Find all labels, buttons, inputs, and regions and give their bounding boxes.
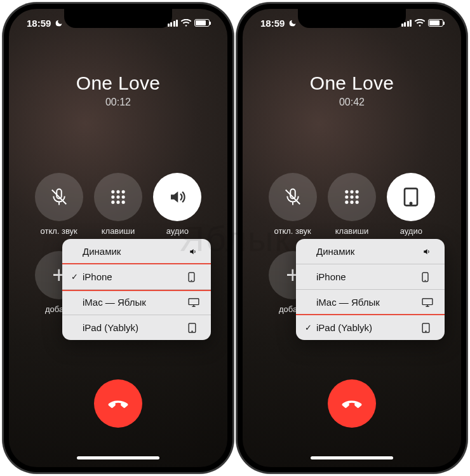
svg-rect-33 (422, 298, 433, 304)
battery-icon (194, 19, 210, 27)
svg-rect-13 (189, 298, 199, 304)
svg-point-37 (426, 330, 426, 331)
check-icon: ✓ (305, 323, 316, 332)
audio-button[interactable] (387, 173, 435, 221)
device-frame-right: 18:59 One Love 00:42 (236, 3, 467, 473)
wifi-icon (181, 19, 191, 27)
call-controls: откл. звук клавиши аудио (243, 173, 461, 314)
audio-route-ipad[interactable]: iPad (Yablyk) (62, 315, 211, 340)
mute-label: откл. звук (274, 226, 311, 236)
svg-point-4 (122, 190, 125, 193)
phone-icon (188, 272, 202, 282)
moon-icon (55, 19, 63, 27)
wifi-icon (415, 19, 425, 27)
moon-icon (288, 19, 297, 27)
mute-label: откл. звук (41, 226, 77, 236)
menu-item-label: Динамик (316, 246, 422, 257)
menu-item-label: iPad (Yablyk) (316, 322, 422, 333)
call-controls: откл. звук клавиши аудио (9, 173, 227, 314)
tablet-icon (403, 187, 419, 207)
status-right (168, 19, 210, 27)
audio-route-speaker[interactable]: Динамик (296, 239, 445, 264)
svg-point-24 (350, 195, 353, 198)
status-left: 18:59 (260, 18, 297, 29)
menu-item-label: iMac — Яблык (83, 297, 188, 308)
speaker-small-icon (422, 247, 436, 256)
mic-off-icon (50, 187, 69, 207)
svg-point-7 (122, 195, 125, 198)
mute-button[interactable] (269, 173, 317, 221)
phone-icon (422, 272, 436, 282)
tablet-icon (422, 323, 436, 333)
menu-item-label: Динамик (83, 246, 188, 257)
call-header: One Love 00:12 (9, 72, 227, 108)
svg-point-30 (410, 203, 412, 204)
audio-route-speaker[interactable]: Динамик (62, 239, 211, 264)
audio-button[interactable] (153, 173, 201, 221)
svg-point-20 (345, 190, 348, 193)
device-frame-left: 18:59 One Love 00:12 (3, 3, 234, 473)
audio-route-ipad[interactable]: ✓ iPad (Yablyk) (296, 315, 445, 340)
svg-point-25 (356, 195, 359, 198)
audio-route-imac[interactable]: iMac — Яблык (296, 290, 445, 315)
svg-point-6 (116, 195, 119, 198)
status-right (401, 19, 444, 27)
screen: 18:59 One Love 00:12 (9, 9, 227, 467)
screen: 18:59 One Love 00:42 (243, 9, 461, 467)
keypad-button[interactable] (94, 173, 142, 221)
svg-point-17 (192, 330, 192, 331)
svg-point-26 (345, 201, 348, 204)
status-time: 18:59 (27, 18, 51, 29)
status-left: 18:59 (27, 18, 63, 29)
keypad-label: клавиши (335, 226, 369, 236)
svg-point-10 (122, 201, 125, 204)
signal-icon (401, 20, 412, 27)
mute-button[interactable] (35, 173, 83, 221)
menu-item-label: iPad (Yablyk) (83, 322, 188, 333)
signal-icon (168, 20, 178, 27)
call-header: One Love 00:42 (243, 72, 461, 108)
home-indicator[interactable] (77, 456, 159, 459)
keypad-label: клавиши (102, 226, 135, 236)
hangup-icon (107, 392, 130, 415)
svg-point-3 (116, 190, 119, 193)
check-icon: ✓ (71, 272, 83, 282)
status-bar: 18:59 (243, 9, 461, 37)
svg-point-27 (350, 201, 353, 204)
svg-point-5 (111, 195, 114, 198)
keypad-button[interactable] (328, 173, 376, 221)
caller-name: One Love (243, 72, 461, 94)
desktop-icon (422, 298, 436, 307)
svg-point-28 (356, 201, 359, 204)
keypad-icon (109, 188, 127, 206)
call-timer: 00:12 (9, 97, 227, 108)
svg-point-23 (345, 195, 348, 198)
audio-label: аудио (400, 226, 422, 236)
speaker-icon (168, 187, 187, 207)
menu-item-label: iPhone (316, 271, 422, 282)
audio-route-menu: Динамик ✓ iPhone iMac — Яблык (62, 239, 211, 340)
status-time: 18:59 (260, 18, 285, 29)
battery-icon (428, 19, 443, 27)
svg-point-22 (356, 190, 359, 193)
audio-route-iphone[interactable]: ✓ iPhone (62, 264, 211, 290)
desktop-icon (188, 298, 202, 307)
keypad-icon (343, 188, 361, 206)
audio-route-imac[interactable]: iMac — Яблык (62, 290, 211, 315)
end-call-button[interactable] (328, 379, 376, 428)
speaker-small-icon (188, 247, 202, 256)
audio-label: аудио (166, 226, 189, 236)
menu-item-label: iPhone (83, 271, 188, 282)
mic-off-icon (283, 187, 302, 207)
call-timer: 00:42 (243, 97, 461, 108)
tablet-icon (188, 323, 202, 333)
svg-point-8 (111, 201, 114, 204)
home-indicator[interactable] (311, 456, 393, 459)
audio-route-menu: Динамик iPhone iMac — Яблык (296, 239, 445, 340)
svg-point-21 (350, 190, 353, 193)
svg-point-2 (111, 190, 114, 193)
caller-name: One Love (9, 72, 227, 94)
hangup-icon (340, 392, 363, 415)
end-call-button[interactable] (94, 379, 142, 428)
audio-route-iphone[interactable]: iPhone (296, 264, 445, 290)
